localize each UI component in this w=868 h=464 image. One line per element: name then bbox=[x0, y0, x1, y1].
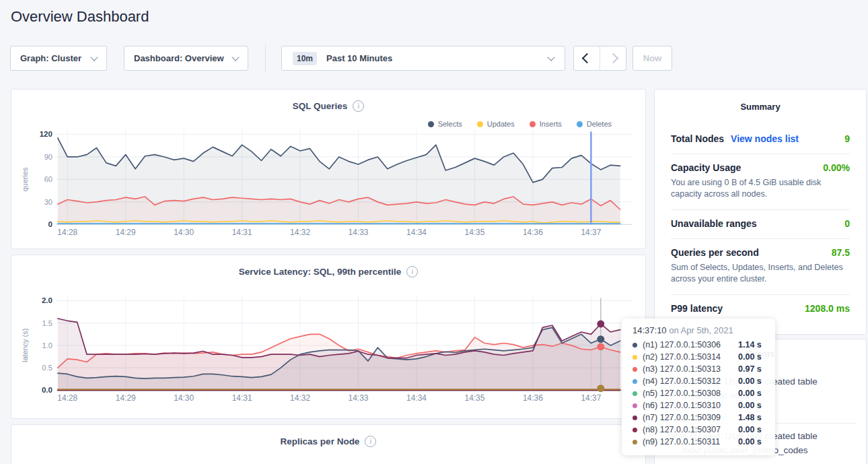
svg-text:14:36: 14:36 bbox=[523, 393, 543, 403]
qps-label: Queries per second bbox=[671, 247, 759, 258]
replicas-per-node-panel: Replicas per Node i bbox=[11, 424, 646, 464]
svg-text:queries: queries bbox=[21, 167, 29, 191]
capacity-usage-value: 0.00% bbox=[823, 162, 850, 173]
svg-text:60: 60 bbox=[44, 175, 52, 183]
graph-dropdown-label: Graph: Cluster bbox=[20, 53, 81, 63]
node-color-dot-icon bbox=[632, 403, 637, 408]
overview-dashboard-page: Overview Dashboard Graph: Cluster Dashbo… bbox=[0, 0, 868, 464]
chevron-right-icon bbox=[608, 53, 618, 64]
svg-text:14:29: 14:29 bbox=[116, 393, 136, 403]
svg-text:0: 0 bbox=[48, 220, 52, 228]
tooltip-node-row: (n7) 127.0.0.1:503091.48 s bbox=[632, 411, 775, 424]
time-prev-button[interactable] bbox=[574, 46, 600, 70]
graph-dropdown[interactable]: Graph: Cluster bbox=[10, 46, 107, 71]
node-color-dot-icon bbox=[632, 391, 637, 396]
tooltip-node-row: (n4) 127.0.0.1:503120.00 s bbox=[632, 375, 775, 387]
svg-text:latency (s): latency (s) bbox=[21, 329, 29, 362]
page-title: Overview Dashboard bbox=[11, 8, 149, 26]
total-nodes-value: 9 bbox=[844, 133, 850, 144]
node-address: (n5) 127.0.0.1:50308 bbox=[643, 389, 738, 398]
p99-latency-label: P99 latency bbox=[671, 303, 723, 314]
svg-text:14:31: 14:31 bbox=[232, 228, 252, 237]
tooltip-timestamp: 14:37:10 on Apr 5th, 2021 bbox=[632, 325, 775, 335]
unavailable-ranges-label: Unavailable ranges bbox=[671, 218, 757, 229]
svg-text:14:35: 14:35 bbox=[464, 228, 484, 237]
svg-text:14:28: 14:28 bbox=[57, 393, 77, 403]
node-color-dot-icon bbox=[632, 428, 637, 432]
svg-text:0.5: 0.5 bbox=[42, 364, 52, 372]
node-color-dot-icon bbox=[632, 440, 637, 444]
node-color-dot-icon bbox=[632, 343, 637, 347]
unavailable-ranges-value: 0 bbox=[844, 218, 850, 229]
time-next-button[interactable] bbox=[600, 46, 626, 70]
service-latency-chart[interactable]: 0.00.51.01.52.014:2814:2914:3014:3114:32… bbox=[11, 255, 645, 418]
summary-row-total-nodes: Total Nodes View nodes list 9 bbox=[671, 125, 850, 154]
node-color-dot-icon bbox=[632, 367, 637, 372]
summary-row-capacity: Capacity Usage 0.00% You are using 0 B o… bbox=[671, 154, 850, 210]
node-address: (n8) 127.0.0.1:50307 bbox=[643, 425, 738, 434]
node-address: (n9) 127.0.0.1:50311 bbox=[643, 437, 738, 446]
svg-text:14:33: 14:33 bbox=[349, 228, 369, 237]
node-color-dot-icon bbox=[632, 379, 637, 384]
node-latency-value: 0.00 s bbox=[738, 376, 762, 386]
svg-text:120: 120 bbox=[40, 130, 52, 138]
chevron-left-icon bbox=[581, 53, 592, 64]
svg-text:14:32: 14:32 bbox=[290, 393, 310, 403]
svg-text:14:33: 14:33 bbox=[349, 393, 369, 403]
node-address: (n3) 127.0.0.1:50313 bbox=[643, 364, 738, 374]
service-latency-panel: Service Latency: SQL, 99th percentile i … bbox=[11, 255, 646, 419]
tooltip-node-row: (n8) 127.0.0.1:503070.00 s bbox=[632, 424, 775, 436]
dashboard-dropdown-label: Dashboard: Overview bbox=[134, 53, 224, 63]
node-latency-value: 1.48 s bbox=[738, 413, 762, 422]
time-range-badge: 10m bbox=[293, 52, 317, 65]
svg-text:0.0: 0.0 bbox=[42, 386, 52, 394]
svg-text:14:30: 14:30 bbox=[174, 393, 194, 403]
tooltip-node-row: (n6) 127.0.0.1:503100.00 s bbox=[632, 399, 775, 411]
capacity-usage-description: You are using 0 B of 4.5 GiB usable disk… bbox=[671, 177, 850, 200]
svg-text:14:30: 14:30 bbox=[174, 228, 194, 237]
p99-latency-value: 1208.0 ms bbox=[805, 303, 850, 314]
summary-body: Total Nodes View nodes list 9 Capacity U… bbox=[655, 125, 866, 323]
dashboard-dropdown[interactable]: Dashboard: Overview bbox=[124, 46, 248, 71]
node-latency-value: 0.97 s bbox=[738, 364, 762, 374]
capacity-usage-label: Capacity Usage bbox=[671, 162, 741, 173]
controls-divider bbox=[265, 44, 266, 72]
node-latency-value: 0.00 s bbox=[738, 389, 762, 398]
svg-text:14:32: 14:32 bbox=[290, 228, 310, 237]
svg-text:14:29: 14:29 bbox=[116, 228, 136, 237]
chart-hover-tooltip: 14:37:10 on Apr 5th, 2021 (n1) 127.0.0.1… bbox=[622, 319, 775, 455]
tooltip-node-row: (n1) 127.0.0.1:503061.14 s bbox=[632, 339, 775, 351]
sql-queries-chart[interactable]: 030609012014:2814:2914:3014:3114:3214:33… bbox=[11, 90, 645, 248]
node-latency-value: 0.00 s bbox=[738, 401, 762, 410]
svg-text:14:36: 14:36 bbox=[523, 228, 543, 237]
node-address: (n6) 127.0.0.1:50310 bbox=[643, 401, 738, 410]
tooltip-rows: (n1) 127.0.0.1:503061.14 s(n2) 127.0.0.1… bbox=[632, 339, 775, 448]
summary-title: Summary bbox=[655, 90, 866, 125]
node-address: (n2) 127.0.0.1:50314 bbox=[643, 352, 738, 362]
time-nav-group bbox=[573, 46, 626, 71]
view-nodes-list-link[interactable]: View nodes list bbox=[731, 133, 799, 144]
tooltip-time: 14:37:10 bbox=[632, 325, 667, 335]
now-button[interactable]: Now bbox=[632, 46, 672, 71]
svg-text:1.0: 1.0 bbox=[42, 341, 52, 350]
summary-row-unavailable-ranges: Unavailable ranges 0 bbox=[671, 210, 850, 239]
replicas-per-node-title: Replicas per Node bbox=[281, 436, 360, 446]
svg-text:14:37: 14:37 bbox=[581, 228, 601, 237]
tooltip-date: on Apr 5th, 2021 bbox=[669, 325, 733, 335]
node-latency-value: 0.00 s bbox=[738, 425, 762, 434]
info-icon[interactable]: i bbox=[365, 436, 376, 447]
node-latency-value: 0.00 s bbox=[738, 437, 762, 446]
time-range-dropdown[interactable]: 10m Past 10 Minutes bbox=[281, 46, 565, 71]
replicas-per-node-header: Replicas per Node i bbox=[11, 436, 645, 447]
tooltip-node-row: (n9) 127.0.0.1:503110.00 s bbox=[632, 436, 775, 448]
chevron-down-icon bbox=[231, 53, 239, 61]
node-address: (n4) 127.0.0.1:50312 bbox=[643, 376, 738, 386]
node-color-dot-icon bbox=[632, 416, 637, 420]
svg-text:14:34: 14:34 bbox=[406, 393, 427, 403]
summary-panel: Summary Total Nodes View nodes list 9 Ca… bbox=[654, 89, 867, 335]
svg-text:14:28: 14:28 bbox=[57, 228, 77, 237]
tooltip-node-row: (n3) 127.0.0.1:503130.97 s bbox=[632, 363, 775, 375]
svg-text:30: 30 bbox=[44, 198, 52, 206]
node-address: (n7) 127.0.0.1:50309 bbox=[643, 413, 738, 422]
total-nodes-label: Total Nodes bbox=[671, 133, 724, 144]
